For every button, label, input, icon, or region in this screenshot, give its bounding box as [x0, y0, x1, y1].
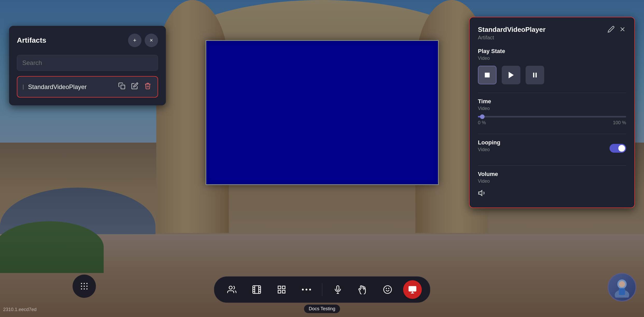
time-section: Time Video 0 % 100 % — [478, 98, 626, 126]
looping-sublabel: Video — [478, 147, 500, 152]
svg-point-13 — [86, 286, 88, 287]
pause-button[interactable] — [526, 66, 544, 84]
svg-point-9 — [84, 283, 85, 284]
play-state-section: Play State Video — [478, 48, 626, 84]
toolbar-more-button[interactable] — [297, 280, 316, 299]
close-panel-button[interactable] — [619, 26, 626, 35]
toolbar-grid-button[interactable] — [272, 280, 291, 299]
add-artifact-button[interactable]: + — [128, 34, 141, 47]
tv-screen — [206, 40, 439, 185]
artifacts-panel: Artifacts + × | StandardVideoPlayer — [9, 26, 166, 105]
divider-3 — [478, 165, 626, 166]
svg-point-32 — [306, 289, 307, 291]
svg-point-35 — [384, 286, 391, 293]
svg-point-8 — [81, 283, 82, 284]
volume-icon — [478, 189, 626, 199]
toolbar-people-button[interactable] — [222, 280, 241, 299]
svg-rect-29 — [278, 290, 281, 293]
toolbar-share-button[interactable] — [403, 280, 422, 299]
video-panel-header: StandardVideoPlayer Artifact — [478, 26, 626, 41]
artifact-action-icons — [117, 81, 152, 92]
delete-artifact-button[interactable] — [143, 81, 152, 92]
svg-point-14 — [81, 288, 82, 290]
time-min-label: 0 % — [478, 120, 486, 126]
video-panel-title: StandardVideoPlayer — [478, 26, 546, 34]
svg-rect-6 — [535, 73, 537, 78]
artifact-cursor: | — [23, 84, 24, 90]
svg-point-12 — [84, 286, 85, 287]
version-text: 2310.1.eecd7ed — [3, 307, 37, 312]
svg-rect-30 — [282, 290, 285, 293]
time-labels: 0 % 100 % — [478, 120, 626, 126]
toolbar-container — [214, 276, 430, 303]
copy-artifact-button[interactable] — [117, 81, 126, 92]
svg-rect-5 — [533, 73, 534, 78]
looping-section: Looping Video — [478, 139, 626, 157]
svg-marker-7 — [479, 190, 482, 196]
grid-button[interactable] — [73, 275, 96, 298]
artifacts-title: Artifacts — [17, 36, 46, 45]
play-state-label: Play State — [478, 48, 626, 55]
svg-point-41 — [619, 281, 625, 287]
svg-point-11 — [81, 286, 82, 287]
looping-toggle[interactable] — [610, 144, 626, 153]
volume-sublabel: Video — [478, 179, 626, 184]
svg-point-17 — [229, 286, 232, 289]
volume-section: Volume Video — [478, 171, 626, 199]
time-slider-container: 0 % 100 % — [478, 116, 626, 126]
looping-label: Looping — [478, 139, 500, 146]
toolbar-mic-button[interactable] — [328, 280, 347, 299]
edit-artifact-button[interactable] — [130, 81, 139, 92]
svg-rect-0 — [121, 85, 125, 89]
toggle-knob — [618, 145, 625, 152]
artifact-name: StandardVideoPlayer — [28, 83, 113, 91]
time-slider-track[interactable] — [478, 116, 626, 117]
svg-point-16 — [86, 288, 88, 290]
svg-rect-34 — [337, 286, 339, 290]
time-sublabel: Video — [478, 106, 626, 111]
divider-1 — [478, 93, 626, 93]
search-input[interactable] — [17, 55, 158, 71]
toolbar-divider — [322, 283, 322, 296]
play-button[interactable] — [502, 66, 520, 84]
video-player-panel: StandardVideoPlayer Artifact Play State … — [469, 17, 635, 208]
volume-label: Volume — [478, 171, 626, 178]
time-label: Time — [478, 98, 626, 105]
svg-point-15 — [84, 288, 85, 290]
video-panel-title-group: StandardVideoPlayer Artifact — [478, 26, 546, 41]
toolbar-emoji-button[interactable] — [378, 280, 397, 299]
svg-rect-27 — [278, 286, 281, 289]
video-panel-subtitle: Artifact — [478, 35, 546, 41]
svg-rect-38 — [408, 286, 416, 292]
user-avatar[interactable] — [608, 273, 636, 301]
toolbar-film-button[interactable] — [247, 280, 266, 299]
svg-rect-42 — [619, 288, 625, 295]
play-state-controls — [478, 66, 626, 84]
svg-point-10 — [86, 283, 88, 284]
artifact-item[interactable]: | StandardVideoPlayer — [17, 76, 158, 98]
edit-panel-button[interactable] — [607, 26, 615, 35]
time-max-label: 100 % — [613, 120, 626, 126]
time-slider-thumb[interactable] — [480, 114, 485, 119]
toolbar-tooltip: Docs Testing — [304, 305, 340, 313]
bottom-toolbar: Docs Testing — [214, 276, 430, 303]
svg-rect-3 — [485, 73, 490, 78]
video-panel-header-icons — [607, 26, 626, 35]
play-state-sublabel: Video — [478, 56, 626, 61]
close-artifacts-button[interactable]: × — [145, 34, 158, 47]
svg-rect-28 — [282, 286, 285, 289]
svg-point-33 — [309, 289, 311, 291]
svg-marker-4 — [509, 72, 513, 78]
toolbar-hand-button[interactable] — [353, 280, 372, 299]
divider-2 — [478, 134, 626, 134]
artifacts-header-buttons: + × — [128, 34, 158, 47]
artifacts-header: Artifacts + × — [17, 34, 158, 47]
svg-point-31 — [302, 289, 304, 291]
stop-button[interactable] — [478, 66, 497, 84]
looping-text: Looping Video — [478, 139, 500, 157]
